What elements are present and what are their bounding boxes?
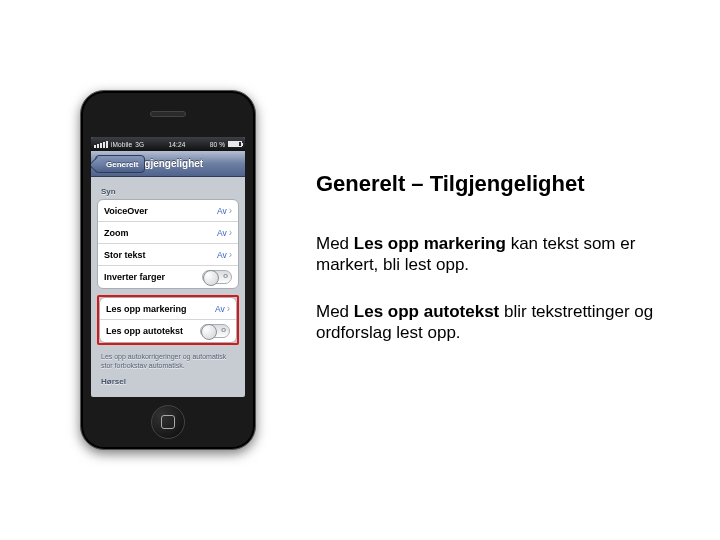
footnote-text: Les opp autokorrigeringer og automatisk … bbox=[97, 351, 239, 371]
p2-bold: Les opp autotekst bbox=[354, 302, 499, 321]
row-label: Les opp markering bbox=[106, 304, 215, 314]
chevron-right-icon: › bbox=[229, 227, 232, 238]
settings-content: Syn VoiceOver Av › Zoom Av › Stor tekst bbox=[91, 177, 245, 389]
group-syn-1: VoiceOver Av › Zoom Av › Stor tekst Av › bbox=[97, 199, 239, 289]
row-value: Av bbox=[217, 228, 227, 238]
row-inverter-farger[interactable]: Inverter farger O bbox=[98, 266, 238, 288]
toggle-off-label: O bbox=[223, 273, 228, 279]
clock: 14:24 bbox=[169, 141, 186, 148]
row-value: Av bbox=[215, 304, 225, 314]
nav-bar: Generelt Tilgjengelighet bbox=[91, 151, 245, 177]
home-button[interactable] bbox=[151, 405, 185, 439]
description-column: Generelt – Tilgjengelighet Med Les opp m… bbox=[316, 171, 676, 370]
phone-speaker bbox=[150, 111, 186, 117]
section-syn-label: Syn bbox=[97, 181, 239, 199]
row-label: Stor tekst bbox=[104, 250, 217, 260]
chevron-right-icon: › bbox=[229, 249, 232, 260]
chevron-right-icon: › bbox=[227, 303, 230, 314]
paragraph-1: Med Les opp markering kan tekst som er m… bbox=[316, 233, 676, 276]
row-les-opp-autotekst[interactable]: Les opp autotekst O bbox=[100, 320, 236, 342]
p2-pre: Med bbox=[316, 302, 354, 321]
toggle-off-label: O bbox=[221, 327, 226, 333]
row-label: Zoom bbox=[104, 228, 217, 238]
iphone-frame: iMobile 3G 14:24 80 % Generelt Tilgjenge… bbox=[80, 90, 256, 450]
toggle-autotekst[interactable]: O bbox=[200, 324, 230, 338]
p1-pre: Med bbox=[316, 234, 354, 253]
toggle-inverter[interactable]: O bbox=[202, 270, 232, 284]
row-zoom[interactable]: Zoom Av › bbox=[98, 222, 238, 244]
row-label: Les opp autotekst bbox=[106, 326, 200, 336]
row-stor-tekst[interactable]: Stor tekst Av › bbox=[98, 244, 238, 266]
back-button[interactable]: Generelt bbox=[95, 155, 145, 173]
group-les-opp: Les opp markering Av › Les opp autotekst… bbox=[99, 297, 237, 343]
paragraph-2: Med Les opp autotekst blir tekstrettinge… bbox=[316, 301, 676, 344]
chevron-right-icon: › bbox=[229, 205, 232, 216]
network-label: 3G bbox=[135, 141, 144, 148]
row-label: Inverter farger bbox=[104, 272, 202, 282]
row-value: Av bbox=[217, 250, 227, 260]
battery-pct: 80 % bbox=[210, 141, 225, 148]
signal-icon bbox=[94, 141, 108, 148]
back-button-label: Generelt bbox=[106, 160, 138, 169]
row-label: VoiceOver bbox=[104, 206, 217, 216]
phone-screen: iMobile 3G 14:24 80 % Generelt Tilgjenge… bbox=[91, 137, 245, 397]
section-horsel-label: Hørsel bbox=[97, 371, 239, 389]
p1-bold: Les opp markering bbox=[354, 234, 506, 253]
battery-icon bbox=[228, 141, 242, 147]
highlight-box: Les opp markering Av › Les opp autotekst… bbox=[97, 295, 239, 345]
status-bar: iMobile 3G 14:24 80 % bbox=[91, 137, 245, 151]
carrier-label: iMobile bbox=[111, 141, 132, 148]
row-voiceover[interactable]: VoiceOver Av › bbox=[98, 200, 238, 222]
slide-heading: Generelt – Tilgjengelighet bbox=[316, 171, 676, 197]
row-value: Av bbox=[217, 206, 227, 216]
row-les-opp-markering[interactable]: Les opp markering Av › bbox=[100, 298, 236, 320]
